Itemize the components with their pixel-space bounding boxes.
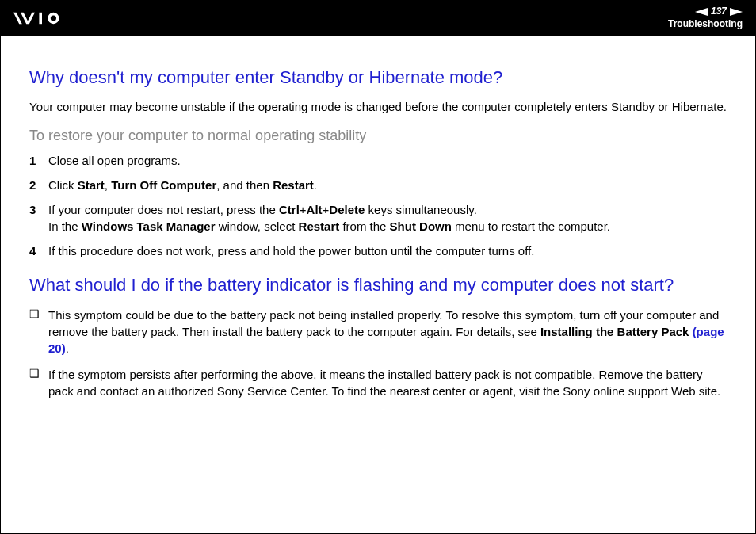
- section1-subhead: To restore your computer to normal opera…: [29, 128, 727, 144]
- step-text: Click Start, Turn Off Computer, and then…: [48, 177, 727, 193]
- bullet-2: ❑ If the symptom persists after performi…: [29, 366, 727, 399]
- step-4: 4 If this procedure does not work, press…: [29, 242, 727, 259]
- prev-page-arrow[interactable]: [695, 8, 708, 16]
- step-number: 1: [29, 152, 48, 169]
- page-navigation: 137: [668, 6, 743, 18]
- header-right: 137 Troubleshooting: [668, 6, 743, 30]
- next-page-arrow[interactable]: [730, 8, 743, 16]
- step-2: 2 Click Start, Turn Off Computer, and th…: [29, 177, 727, 193]
- vaio-logo: [13, 11, 99, 25]
- steps-list: 1 Close all open programs. 2 Click Start…: [29, 152, 727, 259]
- step-text: If this procedure does not work, press a…: [48, 242, 727, 259]
- svg-marker-2: [730, 8, 743, 16]
- header-bar: 137 Troubleshooting: [1, 1, 755, 36]
- breadcrumb: Troubleshooting: [668, 18, 743, 31]
- step-number: 4: [29, 242, 48, 259]
- step-text: Close all open programs.: [48, 152, 727, 169]
- step-1: 1 Close all open programs.: [29, 152, 727, 169]
- bullet-text: If the symptom persists after performing…: [48, 366, 727, 399]
- section2-heading: What should I do if the battery indicato…: [29, 275, 727, 296]
- bullet-text: This symptom could be due to the battery…: [48, 307, 727, 357]
- bullet-1: ❑ This symptom could be due to the batte…: [29, 307, 727, 357]
- bullets-list: ❑ This symptom could be due to the batte…: [29, 307, 727, 399]
- svg-marker-1: [695, 8, 708, 16]
- svg-rect-0: [39, 13, 42, 24]
- section1-heading: Why doesn't my computer enter Standby or…: [29, 67, 727, 88]
- bullet-icon: ❑: [29, 307, 48, 322]
- page-number: 137: [711, 6, 727, 18]
- step-text: If your computer does not restart, press…: [48, 201, 727, 235]
- step-number: 2: [29, 177, 48, 193]
- bullet-icon: ❑: [29, 366, 48, 382]
- page-content: Why doesn't my computer enter Standby or…: [1, 36, 755, 399]
- step-number: 3: [29, 201, 48, 218]
- section1-intro: Your computer may become unstable if the…: [29, 99, 727, 115]
- step-3: 3 If your computer does not restart, pre…: [29, 201, 727, 235]
